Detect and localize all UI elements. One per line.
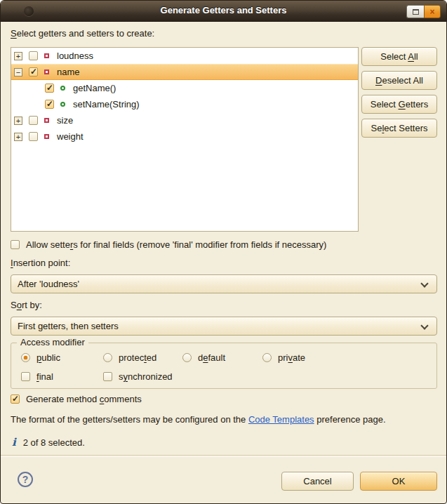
code-templates-link[interactable]: Code Templates — [248, 414, 314, 425]
final-label: final — [36, 371, 53, 382]
radio-icon — [103, 353, 112, 362]
tree-row-label: name — [57, 67, 80, 77]
close-icon: × — [429, 8, 434, 16]
sort-by-select[interactable]: First getters, then setters — [11, 317, 437, 336]
expand-icon[interactable]: + — [14, 133, 22, 141]
synchronized-label: synchronized — [119, 371, 173, 382]
tree-row-label: setName(String) — [73, 99, 140, 110]
sort-by-label: Sort by: — [11, 300, 42, 310]
info-icon: i — [12, 436, 16, 449]
synchronized-checkbox[interactable] — [103, 372, 112, 381]
tree-row-label: weight — [57, 131, 84, 142]
radio-protected[interactable]: protected — [103, 352, 182, 363]
insertion-point-value: After 'loudness' — [18, 279, 79, 289]
tree-row-label: size — [57, 115, 73, 126]
radio-selected-icon — [21, 353, 30, 362]
tree-row-name[interactable]: − name — [11, 64, 358, 80]
tree-row-label: getName() — [73, 83, 116, 93]
generate-getters-setters-dialog: Generate Getters and Setters × Select ge… — [0, 0, 447, 504]
field-icon — [44, 118, 49, 123]
status-line: i 2 of 8 selected. — [12, 436, 85, 449]
window-titlebar[interactable]: Generate Getters and Setters × — [1, 1, 446, 22]
row-checkbox[interactable] — [29, 51, 38, 60]
select-caption-label: Select getters and setters to create: — [11, 28, 154, 39]
radio-public-label: public — [36, 352, 60, 363]
chevron-down-icon — [420, 321, 428, 329]
maximize-icon — [413, 9, 419, 15]
final-checkbox[interactable] — [21, 372, 30, 381]
select-getters-button[interactable]: Select Getters — [361, 95, 437, 114]
access-modifier-checks: final synchronized — [21, 371, 173, 382]
expand-icon[interactable]: + — [14, 52, 22, 60]
allow-setters-checkbox[interactable] — [11, 240, 20, 249]
ok-button[interactable]: OK — [360, 472, 437, 491]
radio-default-label: default — [198, 352, 225, 363]
chevron-down-icon — [420, 279, 428, 287]
tree-row-loudness[interactable]: + loudness — [11, 48, 358, 64]
synchronized-checkbox-item[interactable]: synchronized — [103, 371, 173, 382]
expand-icon[interactable]: + — [14, 117, 22, 125]
access-modifier-group: Access modifier public protected default… — [11, 343, 437, 389]
insertion-point-select[interactable]: After 'loudness' — [11, 274, 437, 293]
row-checkbox[interactable] — [29, 67, 38, 77]
row-checkbox[interactable] — [29, 132, 38, 141]
tree-row-size[interactable]: + size — [11, 112, 358, 128]
row-checkbox[interactable] — [45, 84, 54, 93]
field-icon — [44, 53, 49, 58]
footer-separator — [1, 455, 446, 456]
allow-setters-label: Allow setters for final fields (remove '… — [26, 239, 326, 250]
radio-protected-label: protected — [119, 352, 156, 363]
generate-comments-label: Generate method comments — [26, 394, 142, 404]
method-icon — [60, 86, 65, 91]
row-checkbox[interactable] — [29, 116, 38, 125]
format-note-text: preference page. — [314, 414, 386, 425]
radio-icon — [182, 353, 192, 362]
select-setters-button[interactable]: Select Setters — [361, 119, 437, 138]
select-all-button[interactable]: Select All — [361, 47, 437, 66]
generate-comments-checkbox[interactable] — [11, 394, 20, 404]
insertion-point-label: Insertion point: — [11, 258, 70, 268]
maximize-button[interactable] — [406, 5, 424, 18]
allow-setters-checkbox-row[interactable]: Allow setters for final fields (remove '… — [11, 239, 326, 250]
status-text: 2 of 8 selected. — [23, 437, 85, 448]
deselect-all-button[interactable]: Deselect All — [361, 71, 437, 90]
tree-row-label: loudness — [57, 51, 93, 61]
final-checkbox-item[interactable]: final — [21, 371, 103, 382]
field-icon — [44, 134, 49, 139]
tree-row-weight[interactable]: + weight — [11, 128, 358, 145]
field-icon — [44, 69, 49, 74]
members-tree[interactable]: + loudness − name getName() setName(Stri… — [11, 47, 359, 232]
access-modifier-radios: public protected default private — [21, 352, 305, 363]
radio-default[interactable]: default — [182, 352, 262, 363]
radio-private[interactable]: private — [262, 352, 305, 363]
format-note: The format of the getters/setters may be… — [11, 414, 386, 425]
window-controls: × — [406, 5, 441, 18]
radio-public[interactable]: public — [21, 352, 103, 363]
radio-private-label: private — [278, 352, 305, 363]
sort-by-value: First getters, then setters — [18, 321, 119, 331]
generate-comments-row[interactable]: Generate method comments — [11, 394, 142, 404]
window-title: Generate Getters and Setters — [1, 5, 446, 15]
help-button[interactable]: ? — [18, 472, 33, 487]
tree-row-setname[interactable]: setName(String) — [11, 96, 358, 112]
collapse-icon[interactable]: − — [14, 68, 22, 77]
cancel-button[interactable]: Cancel — [281, 472, 354, 491]
format-note-text: The format of the getters/setters may be… — [11, 414, 248, 425]
access-modifier-legend: Access modifier — [17, 337, 88, 347]
radio-icon — [262, 353, 272, 362]
method-icon — [60, 102, 65, 107]
close-button[interactable]: × — [424, 5, 441, 18]
row-checkbox[interactable] — [45, 100, 54, 109]
tree-row-getname[interactable]: getName() — [11, 80, 358, 96]
